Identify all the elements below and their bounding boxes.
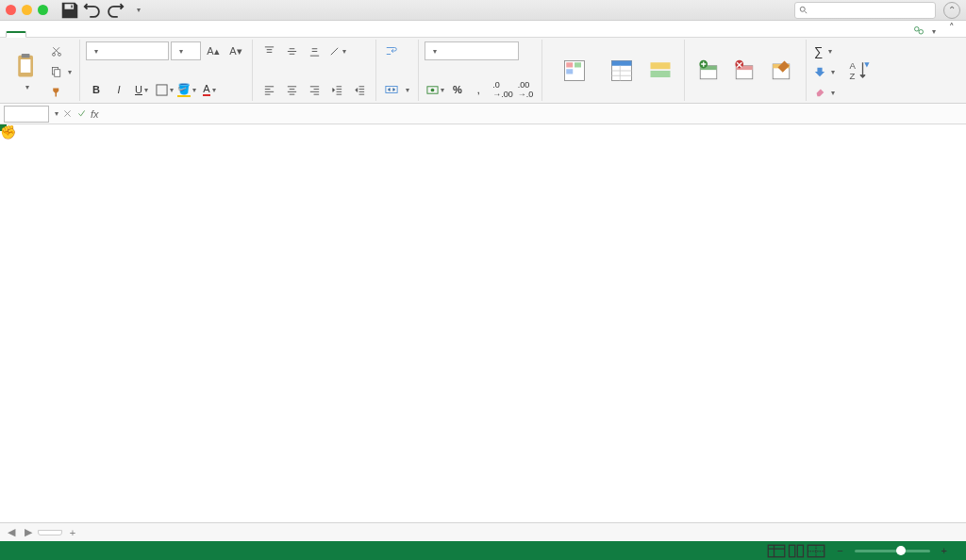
svg-rect-33 [768,545,785,557]
styles-icon [647,58,674,84]
collapse-ribbon-icon[interactable]: ˄ [941,18,962,37]
close-window-button[interactable] [6,5,16,15]
fill-color-button[interactable]: 🪣▾ [176,80,197,99]
bold-button[interactable]: B [86,80,107,99]
paste-button[interactable]: ▾ [6,41,47,102]
search-sheet-input[interactable] [794,2,936,19]
insert-cells-button[interactable] [691,41,726,102]
delete-cells-button[interactable] [726,41,762,102]
font-size-combo[interactable]: ▾ [171,41,201,60]
wrap-text-button[interactable] [382,41,412,60]
fill-handle[interactable] [0,124,7,131]
add-sheet-button[interactable]: + [64,525,81,540]
decrease-indent-button[interactable] [326,80,347,99]
name-box[interactable] [4,106,49,123]
tab-page-layout[interactable] [45,33,64,37]
zoom-out-button[interactable]: − [837,545,842,556]
tab-data[interactable] [83,33,102,37]
svg-rect-20 [612,61,632,66]
font-name-combo[interactable]: ▾ [86,41,169,60]
svg-rect-11 [386,87,397,93]
svg-rect-17 [575,62,581,67]
merge-icon [385,83,398,96]
enter-formula-icon[interactable] [76,108,87,119]
page-break-view-icon[interactable] [807,544,825,557]
undo-icon[interactable] [82,2,103,19]
name-box-dropdown-icon[interactable]: ▾ [55,109,58,118]
save-icon[interactable] [59,2,80,19]
money-icon [426,84,439,96]
number-group: ▾ ▾ % , .0→.00 .00→.0 [423,40,542,101]
fill-button[interactable]: ▾ [812,62,837,81]
merge-center-button[interactable]: ▾ [382,80,412,99]
decrease-font-button[interactable]: A▾ [225,41,246,60]
cut-button[interactable] [49,41,74,60]
align-bottom-button[interactable] [304,41,325,60]
zoom-window-button[interactable] [38,5,48,15]
fill-down-icon [814,66,825,77]
sigma-icon: ∑ [814,44,823,58]
page-layout-view-icon[interactable] [787,544,806,557]
quick-access-toolbar: ▾ [59,2,148,19]
accounting-format-button[interactable]: ▾ [425,80,445,99]
zoom-in-button[interactable]: + [941,545,947,556]
svg-text:A: A [850,60,857,71]
comma-button[interactable]: , [470,80,491,99]
increase-indent-button[interactable] [349,80,370,99]
redo-icon[interactable] [105,2,125,19]
italic-button[interactable]: I [108,80,129,99]
sheet-tab-bar: ◀ ▶ + [0,522,966,541]
ribbon-tab-strip: ▾ ˄ [0,21,966,38]
help-icon[interactable]: ⌃ [943,2,960,19]
zoom-slider[interactable] [855,550,930,552]
sheet-nav-prev-icon[interactable]: ◀ [4,525,19,540]
svg-rect-22 [651,71,671,77]
align-left-button[interactable] [258,80,279,99]
increase-decimal-button[interactable]: .0→.00 [492,80,513,99]
format-painter-button[interactable] [49,83,74,102]
align-top-button[interactable] [258,41,279,60]
qat-customize-icon[interactable]: ▾ [127,2,148,19]
copy-button[interactable]: ▾ [49,62,74,81]
ribbon: ▾ ▾ ▾ ▾ A▴ A▾ B I U▾ ▾ 🪣▾ A▾ [0,38,966,104]
sheet-tab[interactable] [38,530,62,535]
underline-button[interactable]: U▾ [131,80,152,99]
tab-review[interactable] [102,33,121,37]
wrap-icon [385,44,398,58]
align-center-button[interactable] [281,80,302,99]
formula-bar: ▾ fx [0,104,966,124]
number-format-combo[interactable]: ▾ [425,41,519,60]
sheet-nav-next-icon[interactable]: ▶ [21,525,36,540]
tab-home[interactable] [6,31,26,38]
brush-icon [51,87,62,98]
increase-font-button[interactable]: A▴ [203,41,224,60]
autosum-button[interactable]: ∑▾ [812,41,837,60]
tab-insert[interactable] [26,33,45,37]
cancel-formula-icon[interactable] [62,108,73,119]
format-as-table-button[interactable] [601,41,642,102]
percent-button[interactable]: % [447,80,468,99]
cell-styles-button[interactable] [642,41,678,102]
fx-icon[interactable]: fx [91,108,99,120]
tab-formulas[interactable] [64,33,83,37]
border-button[interactable]: ▾ [154,80,175,99]
editing-group: ∑▾ ▾ ▾ AZ [810,40,884,101]
copy-icon [51,66,62,77]
clipboard-group: ▾ ▾ [4,40,80,101]
align-middle-button[interactable] [281,41,302,60]
clear-button[interactable]: ▾ [812,83,837,102]
tab-view[interactable] [121,33,140,37]
minimize-window-button[interactable] [22,5,32,15]
conditional-formatting-button[interactable] [548,41,601,102]
normal-view-icon[interactable] [767,544,786,557]
format-cells-button[interactable] [762,41,800,102]
styles-group [546,40,685,101]
font-color-button[interactable]: A▾ [199,80,220,99]
orientation-button[interactable]: ▾ [326,41,347,60]
share-button[interactable]: ▾ [913,25,936,37]
decrease-decimal-button[interactable]: .00→.0 [515,80,536,99]
selection-outline [0,124,4,128]
sort-filter-button[interactable]: AZ [841,41,878,102]
align-right-button[interactable] [304,80,325,99]
spreadsheet-grid[interactable]: ✊ [0,124,966,522]
